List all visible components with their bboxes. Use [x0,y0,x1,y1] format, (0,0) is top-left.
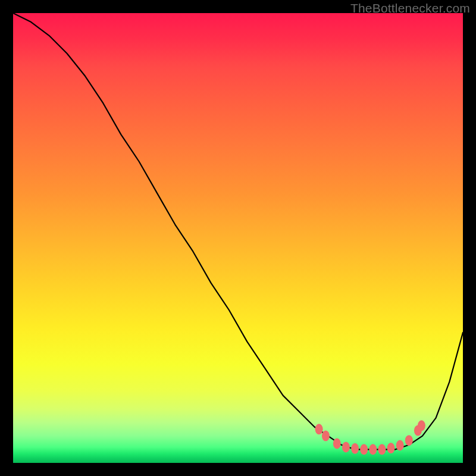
marker-dot [333,439,341,449]
marker-dot [369,444,377,455]
marker-dot [315,424,323,434]
curve-layer [13,13,463,449]
marker-dot [322,431,330,441]
plot-area [13,13,463,463]
marker-dot [342,442,350,453]
marker-dot [418,420,425,431]
chart-svg [13,13,463,463]
marker-dot [396,440,404,451]
watermark-text: TheBottlenecker.com [350,1,470,15]
marker-dot [360,444,368,455]
marker-dot [351,443,359,454]
marker-dot [405,435,413,446]
marker-dot [387,443,395,453]
chart-frame: TheBottlenecker.com [0,0,476,476]
main-curve [13,13,463,449]
marker-dot [378,444,386,455]
markers-layer [315,420,425,455]
